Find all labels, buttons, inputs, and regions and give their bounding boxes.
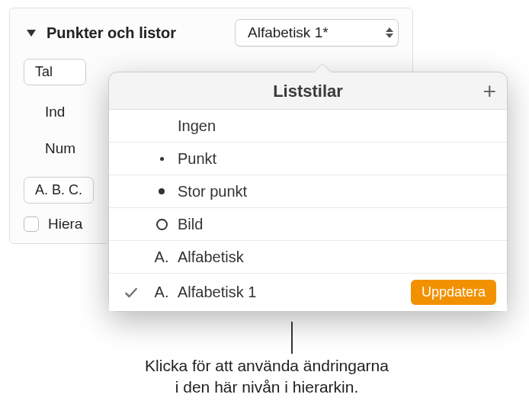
- caption-line1: Klicka för att använda ändringarna: [145, 357, 389, 374]
- section-title: Punkter och listor: [46, 24, 176, 42]
- tal-field[interactable]: Tal: [24, 59, 86, 85]
- list-item-label: Stor punkt: [178, 183, 247, 200]
- list-item-label: Punkt: [178, 150, 216, 168]
- num-label: Num: [24, 140, 75, 157]
- caption-line2: i den här nivån i hierarkin.: [175, 378, 358, 396]
- section-header: Punkter och listor Alfabetisk 1*: [10, 8, 412, 54]
- image-ring-icon: [146, 219, 178, 230]
- checkmark-icon: [117, 285, 146, 300]
- callout-line: [291, 322, 293, 354]
- list-item-ingen[interactable]: Ingen: [109, 110, 507, 143]
- list-item-label: Alfabetisk 1: [178, 284, 256, 301]
- list-item-alfabetisk-1[interactable]: A. Alfabetisk 1 Uppdatera: [109, 274, 507, 311]
- bullet-small-icon: [146, 157, 178, 161]
- popover-title: Liststilar: [273, 82, 343, 101]
- update-button[interactable]: Uppdatera: [411, 280, 496, 305]
- hiera-label: Hiera: [48, 216, 82, 232]
- dropdown-value: Alfabetisk 1*: [248, 24, 329, 41]
- list-styles-popover: Liststilar + Ingen Punkt Stor punkt Bild…: [108, 72, 508, 312]
- disclosure-triangle-icon[interactable]: [27, 30, 36, 37]
- abc-field[interactable]: A. B. C.: [24, 177, 94, 204]
- caption-text: Klicka för att använda ändringarna i den…: [61, 355, 473, 399]
- popover-header: Liststilar +: [109, 72, 507, 110]
- indent-label: Ind: [24, 104, 65, 120]
- list-style-dropdown[interactable]: Alfabetisk 1*: [235, 19, 399, 46]
- list-item-label: Bild: [178, 216, 203, 233]
- add-style-button[interactable]: +: [483, 80, 496, 103]
- list-item-punkt[interactable]: Punkt: [109, 143, 507, 175]
- hiera-checkbox[interactable]: [24, 216, 39, 232]
- chevron-updown-icon: [386, 27, 393, 38]
- bullet-large-icon: [146, 188, 178, 194]
- list-item-label: Ingen: [178, 117, 216, 135]
- list-item-alfabetisk[interactable]: A. Alfabetisk: [109, 241, 507, 274]
- style-list: Ingen Punkt Stor punkt Bild A. Alfabetis…: [109, 110, 507, 311]
- letter-marker-icon: A.: [146, 284, 178, 301]
- list-item-label: Alfabetisk: [178, 248, 244, 266]
- list-item-stor-punkt[interactable]: Stor punkt: [109, 175, 507, 208]
- letter-marker-icon: A.: [146, 248, 178, 266]
- list-item-bild[interactable]: Bild: [109, 208, 507, 241]
